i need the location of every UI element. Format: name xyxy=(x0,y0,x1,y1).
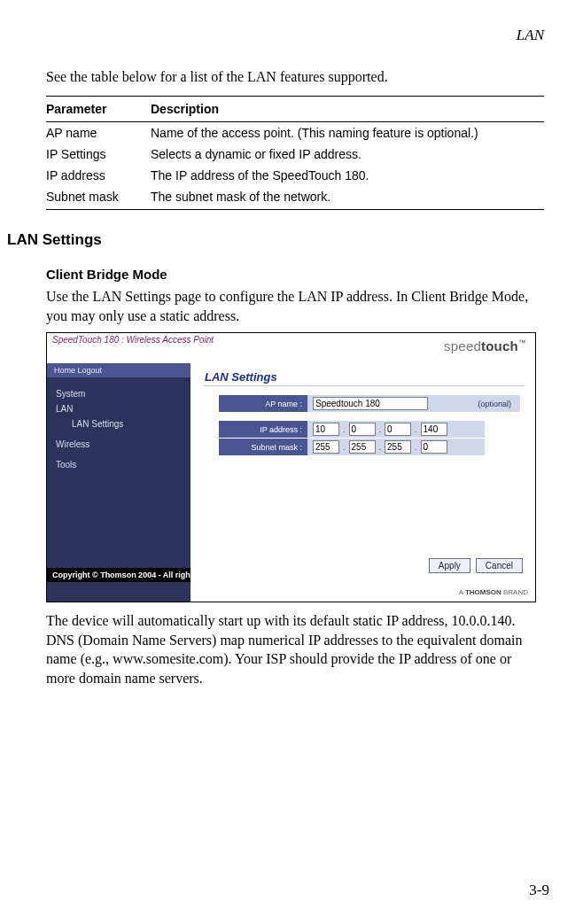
input-ip-1[interactable] xyxy=(313,423,339,436)
table-row: IP address The IP address of the SpeedTo… xyxy=(46,165,544,186)
nav-tools[interactable]: Tools xyxy=(47,457,190,472)
col-header-description: Description xyxy=(151,97,544,122)
cell: The IP address of the SpeedTouch 180. xyxy=(151,165,544,186)
input-mask-1[interactable] xyxy=(313,440,339,454)
window-title: SpeedTouch 180 : Wireless Access Point xyxy=(52,335,214,345)
dot-sep: . xyxy=(415,443,417,452)
subheading: Client Bridge Mode xyxy=(46,267,544,282)
cell: Subnet mask xyxy=(46,186,151,210)
main-panel: LAN Settings AP name : (optional) I xyxy=(190,363,535,602)
table-row: IP Settings Selects a dynamic or fixed I… xyxy=(46,144,544,165)
param-table: Parameter Description AP name Name of th… xyxy=(46,96,544,210)
cell: AP name xyxy=(46,122,151,144)
nav-wireless[interactable]: Wireless xyxy=(47,437,190,452)
paragraph: The device will automatically start up w… xyxy=(46,611,544,687)
dot-sep: . xyxy=(343,425,346,434)
logo-text-heavy: touch xyxy=(481,338,518,353)
brand-name: THOMSON xyxy=(465,588,501,596)
logo: speedtouch™ xyxy=(444,338,526,353)
intro-text: See the table below for a list of the LA… xyxy=(46,69,544,85)
col-header-parameter: Parameter xyxy=(46,97,151,122)
page-number: 3-9 xyxy=(529,881,549,899)
input-ip-3[interactable] xyxy=(385,423,411,436)
brand-suffix: BRAND xyxy=(501,588,528,596)
dot-sep: . xyxy=(379,425,382,434)
cell: IP address xyxy=(46,165,151,186)
running-head: LAN xyxy=(7,27,544,44)
brand-prefix: A xyxy=(459,588,465,596)
label-subnet-mask: Subnet mask : xyxy=(219,439,307,455)
cell: Selects a dynamic or fixed IP address. xyxy=(151,144,544,165)
label-ip-address: IP address : xyxy=(219,421,307,438)
optional-label: (optional) xyxy=(478,400,515,408)
input-mask-4[interactable] xyxy=(421,440,447,454)
row-ip-address: IP address : . . . xyxy=(219,421,485,438)
nav-system[interactable]: System xyxy=(47,386,190,401)
row-subnet-mask: Subnet mask : . . . xyxy=(219,439,485,455)
breadcrumb[interactable]: Home Logout xyxy=(47,363,190,377)
logo-text-light: speed xyxy=(444,338,481,353)
input-mask-3[interactable] xyxy=(385,440,411,454)
input-ap-name[interactable] xyxy=(313,397,428,410)
cell: IP Settings xyxy=(46,144,151,165)
logo-tm: ™ xyxy=(518,338,526,347)
input-ip-2[interactable] xyxy=(349,423,376,436)
nav-lan[interactable]: LAN xyxy=(47,401,190,416)
dot-sep: . xyxy=(415,425,417,434)
paragraph: Use the LAN Settings page to configure t… xyxy=(46,287,544,325)
dot-sep: . xyxy=(343,443,346,452)
sidebar: Home Logout System LAN LAN Settings Wire… xyxy=(47,363,190,602)
table-row: AP name Name of the access point. (This … xyxy=(46,122,544,144)
label-ap-name: AP name : xyxy=(219,395,307,412)
section-heading: LAN Settings xyxy=(7,231,544,249)
nav-lan-settings[interactable]: LAN Settings xyxy=(47,416,190,431)
cancel-button[interactable]: Cancel xyxy=(476,558,523,573)
panel-title: LAN Settings xyxy=(203,369,525,386)
row-ap-name: AP name : (optional) xyxy=(219,395,520,412)
dot-sep: . xyxy=(379,443,382,452)
table-row: Subnet mask The subnet mask of the netwo… xyxy=(46,186,544,210)
input-ip-4[interactable] xyxy=(421,423,447,436)
cell: Name of the access point. (This naming f… xyxy=(151,122,544,144)
cell: The subnet mask of the network. xyxy=(151,186,544,210)
input-mask-2[interactable] xyxy=(349,440,376,454)
embedded-screenshot: SpeedTouch 180 : Wireless Access Point s… xyxy=(46,332,536,602)
apply-button[interactable]: Apply xyxy=(429,558,470,573)
brand-bar: A THOMSON BRAND xyxy=(190,584,535,602)
